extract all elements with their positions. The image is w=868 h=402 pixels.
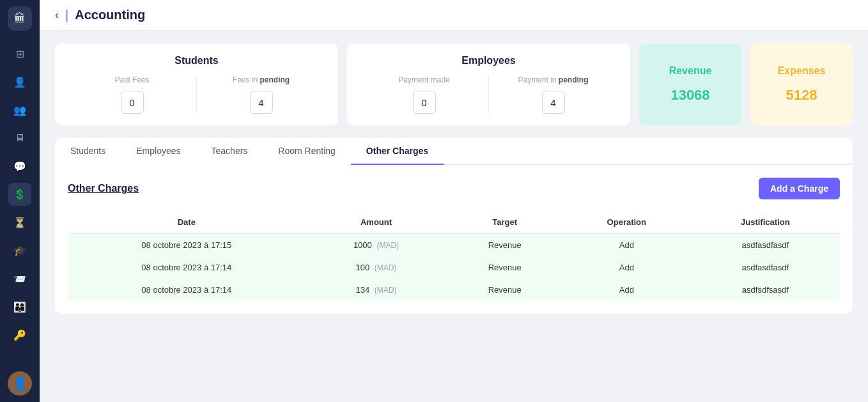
sidebar-item-hourglass[interactable]: ⏳ [8, 211, 31, 234]
tab-room-renting[interactable]: Room Renting [263, 138, 351, 165]
table-row: 08 octobre 2023 à 17:14 100 (MAD) Revenu… [68, 256, 840, 279]
table-head: Date Amount Target Operation Justificati… [68, 211, 840, 234]
sidebar-logo[interactable]: 🏛 [8, 6, 32, 31]
revenue-title: Revenue [669, 65, 712, 77]
user-avatar[interactable]: 👤 [8, 371, 32, 396]
back-button[interactable]: ‹ [55, 8, 59, 22]
sidebar-item-group[interactable]: 👥 [8, 98, 31, 121]
tabs-and-table: Students Employees Teachers Room Renting… [55, 138, 853, 314]
cell-operation: Add [562, 256, 691, 279]
page-header: ‹ | Accounting [40, 0, 868, 31]
cell-operation: Add [562, 234, 691, 257]
sidebar: 🏛 ⊞ 👤 👥 🖥 💬 💲 ⏳ 🎓 📨 👨‍👩‍👦 🔑 👤 [0, 0, 40, 402]
payment-made-label: Payment made [398, 75, 450, 84]
paid-fees-label: Paid Fees [114, 75, 149, 84]
cell-operation: Add [562, 279, 691, 301]
table-header-row: Other Charges Add a Charge [68, 178, 840, 199]
header-divider: | [65, 8, 68, 22]
cell-amount: 134 (MAD) [306, 279, 447, 301]
table-body: 08 octobre 2023 à 17:15 1000 (MAD) Reven… [68, 234, 840, 302]
table-header-row-cols: Date Amount Target Operation Justificati… [68, 211, 840, 234]
logo-icon: 🏛 [14, 12, 26, 26]
fees-pending-value: 4 [250, 91, 273, 114]
expenses-title: Expenses [778, 65, 826, 77]
payment-pending-label-pre: Payment in [518, 75, 558, 84]
cell-target: Revenue [447, 279, 562, 301]
main-content: ‹ | Accounting Students Paid Fees 0 Fees… [40, 0, 868, 402]
sidebar-item-message[interactable]: 📨 [8, 267, 31, 290]
add-charge-button[interactable]: Add a Charge [759, 178, 840, 199]
sidebar-item-people[interactable]: 👨‍👩‍👦 [8, 295, 31, 318]
employees-card-title: Employees [360, 55, 617, 66]
sidebar-item-chat[interactable]: 💬 [8, 155, 31, 178]
sidebar-item-graduation[interactable]: 🎓 [8, 239, 31, 262]
sidebar-item-person[interactable]: 👤 [8, 70, 31, 93]
tab-other-charges[interactable]: Other Charges [351, 138, 444, 165]
col-date: Date [68, 211, 306, 234]
payment-pending-value: 4 [542, 91, 565, 114]
expenses-card: Expenses 5128 [750, 43, 853, 125]
payment-made-value: 0 [413, 91, 436, 114]
cell-justification: asdfsdfsasdf [691, 279, 840, 301]
col-justification: Justification [691, 211, 840, 234]
charges-table: Date Amount Target Operation Justificati… [68, 211, 840, 301]
section-title: Other Charges [68, 183, 139, 194]
currency-label: (MAD) [375, 286, 397, 295]
revenue-value: 13068 [670, 87, 709, 104]
fees-pending-label-pre: Fees in [233, 75, 260, 84]
cell-date: 08 octobre 2023 à 17:14 [68, 279, 306, 301]
content-area: Students Paid Fees 0 Fees in pending 4 [40, 31, 868, 402]
sidebar-item-accounting[interactable]: 💲 [8, 183, 31, 206]
table-row: 08 octobre 2023 à 17:14 134 (MAD) Revenu… [68, 279, 840, 301]
payment-pending-stat: Payment in pending 4 [489, 75, 617, 114]
cell-justification: asdfasdfasdf [691, 256, 840, 279]
employees-card: Employees Payment made 0 Payment in pend… [347, 43, 630, 125]
sidebar-item-dashboard[interactable]: ⊞ [8, 42, 31, 65]
tab-students[interactable]: Students [55, 138, 121, 165]
table-row: 08 octobre 2023 à 17:15 1000 (MAD) Reven… [68, 234, 840, 257]
page-title: Accounting [75, 8, 145, 22]
students-card-stats: Paid Fees 0 Fees in pending 4 [68, 75, 325, 114]
cell-justification: asdfasdfasdf [691, 234, 840, 257]
payment-pending-bold: pending [559, 75, 589, 84]
payment-made-stat: Payment made 0 [360, 75, 489, 114]
col-amount: Amount [306, 211, 447, 234]
cell-amount: 100 (MAD) [306, 256, 447, 279]
cell-date: 08 octobre 2023 à 17:15 [68, 234, 306, 257]
fees-pending-label: Fees in pending [233, 75, 290, 84]
tab-teachers[interactable]: Teachers [196, 138, 263, 165]
cell-date: 08 octobre 2023 à 17:14 [68, 256, 306, 279]
col-target: Target [447, 211, 562, 234]
students-card-title: Students [68, 55, 325, 66]
expenses-value: 5128 [786, 87, 818, 104]
tab-employees[interactable]: Employees [121, 138, 196, 165]
currency-label: (MAD) [376, 241, 399, 250]
fees-pending-stat: Fees in pending 4 [197, 75, 325, 114]
sidebar-item-monitor[interactable]: 🖥 [8, 127, 31, 150]
students-card: Students Paid Fees 0 Fees in pending 4 [55, 43, 338, 125]
table-section: Other Charges Add a Charge Date Amount T… [55, 165, 853, 314]
currency-label: (MAD) [375, 263, 397, 272]
summary-cards: Students Paid Fees 0 Fees in pending 4 [55, 43, 853, 125]
paid-fees-stat: Paid Fees 0 [68, 75, 197, 114]
cell-target: Revenue [447, 234, 562, 257]
cell-amount: 1000 (MAD) [306, 234, 447, 257]
sidebar-item-key[interactable]: 🔑 [8, 323, 31, 346]
payment-pending-label: Payment in pending [518, 75, 588, 84]
col-operation: Operation [562, 211, 691, 234]
cell-target: Revenue [447, 256, 562, 279]
fees-pending-bold: pending [260, 75, 290, 84]
tabs-bar: Students Employees Teachers Room Renting… [55, 138, 853, 165]
employees-card-stats: Payment made 0 Payment in pending 4 [360, 75, 617, 114]
revenue-card: Revenue 13068 [639, 43, 741, 125]
paid-fees-value: 0 [121, 91, 144, 114]
